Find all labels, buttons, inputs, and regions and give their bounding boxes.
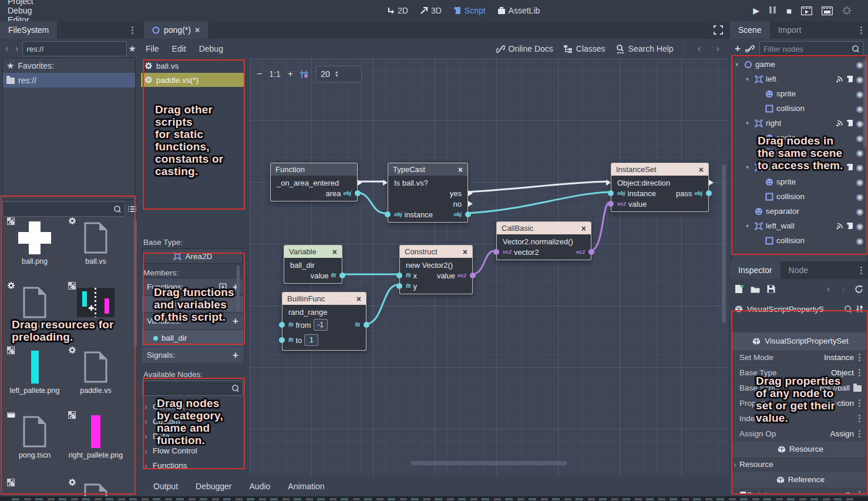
pause-button[interactable] xyxy=(769,6,777,15)
visibility-eye-icon[interactable]: ◉ xyxy=(856,237,863,245)
filter-nodes-input[interactable]: Filter nodes xyxy=(759,41,863,56)
data-in-port[interactable] xyxy=(396,283,402,289)
variable-item[interactable]: ball_dir xyxy=(142,330,243,346)
property-menu-icon[interactable] xyxy=(857,398,862,408)
data-out-port[interactable] xyxy=(470,273,476,278)
history-back-button[interactable]: ‹ xyxy=(3,43,11,55)
graph-node-typecast[interactable]: TypeCast×Is ball.vs?yesnoobjinstanceobj xyxy=(388,163,468,223)
node-header[interactable]: Variable× xyxy=(284,246,342,258)
play-custom-scene-button[interactable] xyxy=(822,6,833,15)
graph-node-variable[interactable]: Variable×ball_dirvalueflt xyxy=(284,245,342,284)
spinbox-stepper[interactable]: ▲▼ xyxy=(335,70,339,78)
data-out-port[interactable] xyxy=(465,211,471,217)
inspector-prop-set-mode[interactable]: Set ModeInstance xyxy=(731,350,866,365)
favorite-res-row[interactable]: res:// xyxy=(3,73,135,88)
script-icon[interactable] xyxy=(846,75,853,83)
graph-node-callbasic[interactable]: CallBasic×Vector2.normalized()vc2vector2… xyxy=(496,221,591,260)
tab-node[interactable]: Node xyxy=(780,261,816,279)
script-item-paddle.vs[interactable]: paddle.vs(*) xyxy=(141,73,244,87)
visibility-eye-icon[interactable]: ◉ xyxy=(856,119,863,127)
file-ceiling_floor.vs[interactable]: ceiling_floor.vs xyxy=(6,283,63,331)
visibility-eye-icon[interactable]: ◉ xyxy=(856,163,863,172)
object-history-icon[interactable] xyxy=(854,285,863,294)
dock-menu-icon[interactable] xyxy=(859,265,863,275)
tab-import[interactable]: Import xyxy=(770,21,810,39)
script-menu-edit[interactable]: Edit xyxy=(166,44,193,53)
script-item-ball.vs[interactable]: ball.vs xyxy=(141,59,244,73)
inspector-expand-resource[interactable]: ›Resource xyxy=(731,457,866,472)
save-resource-icon[interactable] xyxy=(767,285,775,293)
value-field[interactable]: -1 xyxy=(314,319,328,331)
scene-node-separator[interactable]: separator◉ xyxy=(732,204,867,218)
help-search-help[interactable]: Search Help xyxy=(616,44,674,53)
close-icon[interactable]: × xyxy=(356,294,361,304)
resource-selector-name[interactable]: VisualScriptPropertyS xyxy=(747,305,840,314)
scene-node-ball[interactable]: ▾ball◉ xyxy=(732,160,867,174)
scene-node-sprite[interactable]: sprite◉ xyxy=(732,174,867,189)
inspector-section-resource[interactable]: Resource xyxy=(731,442,866,457)
data-in-port[interactable] xyxy=(493,249,499,255)
snap-grid-icon[interactable] xyxy=(300,70,309,79)
category-data[interactable]: ›Data xyxy=(142,429,243,443)
file-paddle.vs[interactable]: paddle.vs xyxy=(67,348,125,395)
scene-node-sprite[interactable]: sprite◉ xyxy=(732,130,867,145)
prop-value-text[interactable]: res://ball xyxy=(820,384,850,392)
signal-icon[interactable] xyxy=(836,222,843,230)
snap-value-spinbox[interactable]: 20 ▲▼ xyxy=(316,66,362,82)
chevron-down-icon[interactable]: ▾ xyxy=(746,223,752,229)
chevron-down-icon[interactable]: ▾ xyxy=(746,76,752,82)
property-menu-icon[interactable] xyxy=(857,368,862,378)
property-menu-icon[interactable] xyxy=(857,352,862,362)
data-in-port[interactable] xyxy=(279,322,285,328)
script-icon[interactable] xyxy=(846,163,853,171)
prop-value-text[interactable]: Assign xyxy=(830,429,854,438)
scene-node-sprite[interactable]: sprite◉ xyxy=(732,86,867,101)
folder-icon[interactable] xyxy=(853,385,862,392)
file-ball.vs[interactable]: ball.vs xyxy=(67,218,125,266)
base-type-button[interactable]: Area2D xyxy=(142,248,243,264)
file-icon.png[interactable]: icon.png xyxy=(67,283,125,331)
node-header[interactable]: TypeCast× xyxy=(388,163,467,176)
override-icon[interactable] xyxy=(219,283,227,291)
node-search-input[interactable] xyxy=(142,381,243,396)
history-forward-button[interactable]: › xyxy=(839,283,847,295)
data-in-port[interactable] xyxy=(396,273,402,278)
script-menu-file[interactable]: File xyxy=(139,44,166,53)
inspector-prop-assign-op[interactable]: Assign OpAssign xyxy=(731,426,866,442)
signal-icon[interactable] xyxy=(836,119,843,127)
close-icon[interactable]: × xyxy=(332,247,337,257)
scene-node-collision[interactable]: collision◉ xyxy=(732,101,867,116)
history-back-button[interactable]: ‹ xyxy=(825,283,833,295)
history-forward-button[interactable]: › xyxy=(13,43,21,55)
seq-out-port[interactable] xyxy=(468,190,473,196)
visibility-eye-icon[interactable]: ◉ xyxy=(856,90,863,98)
new-resource-icon[interactable] xyxy=(735,284,743,294)
node-header[interactable]: Function xyxy=(271,163,357,176)
scene-node-left_wall[interactable]: ▾left_wall◉ xyxy=(732,218,867,233)
script-icon[interactable] xyxy=(846,222,853,230)
visibility-eye-icon[interactable]: ◉ xyxy=(856,105,863,113)
close-icon[interactable]: × xyxy=(458,165,463,174)
play-button[interactable]: ▶ xyxy=(753,6,759,15)
property-menu-icon[interactable] xyxy=(857,429,862,439)
path-input[interactable]: res:// xyxy=(22,41,126,56)
file-ball.png[interactable]: ball.png xyxy=(6,218,63,266)
bottom-tab-audio[interactable]: Audio xyxy=(243,482,278,491)
chevron-down-icon[interactable]: ▾ xyxy=(746,164,752,170)
seq-out-port[interactable] xyxy=(709,180,714,186)
visibility-eye-icon[interactable]: ◉ xyxy=(856,134,863,142)
seq-out-port[interactable] xyxy=(358,180,362,186)
list-view-toggle-icon[interactable] xyxy=(127,205,137,213)
bottom-tab-animation[interactable]: Animation xyxy=(281,482,331,491)
chevron-down-icon[interactable]: ▾ xyxy=(735,61,741,68)
node-header[interactable]: Construct× xyxy=(400,246,472,258)
category-constant[interactable]: ›Constant xyxy=(142,399,243,414)
data-out-port[interactable] xyxy=(706,190,712,196)
prop-value-text[interactable]: Instance xyxy=(824,353,854,362)
help-online-docs[interactable]: Online Docs xyxy=(496,44,553,53)
file-right_pallete.png[interactable]: right_pallete.png xyxy=(67,412,125,460)
favorite-toggle-button[interactable]: ★ xyxy=(129,43,136,54)
node-header[interactable]: BuiltinFunc× xyxy=(282,292,366,305)
close-icon[interactable]: × xyxy=(581,224,586,233)
node-header[interactable]: CallBasic× xyxy=(497,222,591,234)
